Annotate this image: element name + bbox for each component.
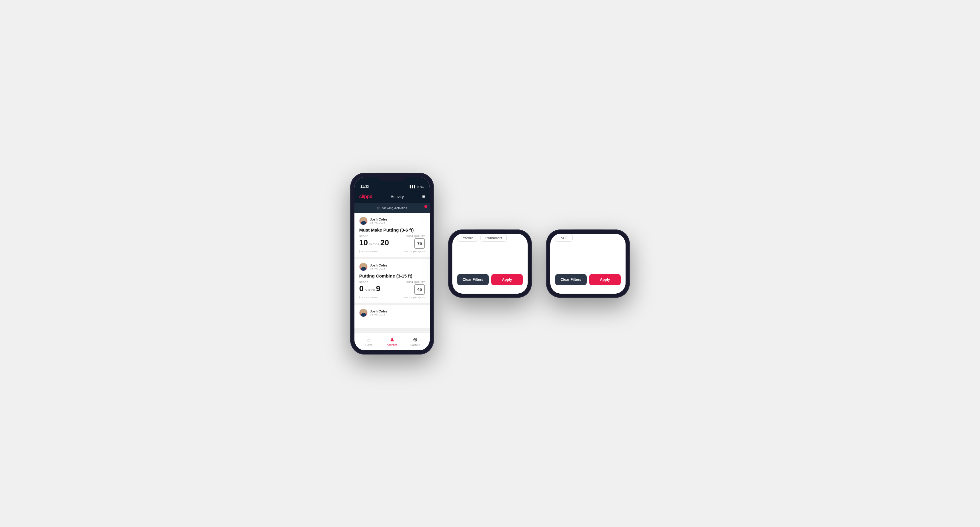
card-user: Josh Coles 28 Feb 2023 — [359, 309, 388, 317]
filter-actions: Clear Filters Apply — [555, 270, 621, 289]
tab-home[interactable]: ⌂ Home — [358, 337, 380, 346]
filter-sheet: Filter ✕ Show Rounds Practice Drills Pra… — [550, 234, 625, 294]
shot-quality-badge: 45 — [414, 284, 425, 295]
home-icon: ⌂ — [367, 337, 371, 343]
card-options[interactable]: ··· — [420, 310, 425, 315]
menu-icon[interactable]: ≡ — [422, 194, 425, 199]
activity-title: Putting Combine (3-15 ft) — [359, 273, 425, 278]
test-info: ℹ Test Information — [359, 250, 378, 253]
activity-card: Josh Coles 28 Feb 2023 ··· Must Make Put… — [355, 213, 430, 259]
phone-screen-2: 11:33 ▋▋▋ ⌾ ▪31 clippd Activity ≡ ⊞ View… — [452, 234, 528, 294]
shots-value: 20 — [380, 238, 389, 248]
card-footer: ℹ Test Information Data: Clippd Capture — [359, 296, 425, 299]
status-time: 11:33 — [360, 185, 369, 188]
activities-icon: ♟ — [390, 336, 395, 343]
notification-dot — [424, 205, 427, 208]
shot-quality-badge: 75 — [414, 238, 425, 249]
filter-icon: ⊞ — [377, 206, 380, 210]
wifi-icon: ⌾ — [417, 185, 418, 188]
user-date: 28 Feb 2023 — [370, 267, 388, 270]
pill-putt[interactable]: PUTT — [555, 234, 573, 242]
avatar — [359, 263, 368, 271]
tab-capture[interactable]: ⊕ Capture — [404, 336, 427, 346]
sq-label: Shot Quality — [406, 235, 425, 238]
score-value: 0 — [359, 284, 363, 293]
card-header: Josh Coles 28 Feb 2023 ··· — [359, 309, 425, 317]
activity-card: Josh Coles 28 Feb 2023 ··· — [355, 305, 430, 331]
tab-bar: ⌂ Home ♟ Activities ⊕ Capture — [355, 332, 430, 350]
card-user: Josh Coles 28 Feb 2023 — [359, 217, 388, 225]
apply-button[interactable]: Apply — [589, 274, 621, 285]
avatar-image — [360, 217, 367, 225]
out-of-label: OUT OF — [369, 243, 379, 246]
nav-title: Activity — [391, 194, 404, 199]
viewing-bar[interactable]: ⊞ Viewing Activities — [355, 203, 430, 213]
nav-bar: clippd Activity ≡ — [355, 190, 430, 203]
card-user: Josh Coles 28 Feb 2023 — [359, 263, 388, 271]
phone-1: 11:33 ▋▋▋ ⌾ ▪31 clippd Activity ≡ ⊞ View… — [350, 173, 434, 354]
user-date: 28 Feb 2023 — [370, 313, 388, 316]
filter-sheet: Filter ✕ Show Rounds Practice Drills Rou… — [452, 234, 528, 294]
bottom-spacer — [457, 289, 523, 294]
data-source: Data: Clippd Capture — [402, 250, 425, 253]
sq-label: Shot Quality — [406, 281, 425, 284]
tab-capture-label: Capture — [410, 343, 420, 346]
scene: 11:33 ▋▋▋ ⌾ ▪31 clippd Activity ≡ ⊞ View… — [338, 155, 642, 372]
out-of-label: OUT OF — [364, 289, 375, 292]
data-source: Data: Clippd Capture — [402, 296, 425, 299]
score-value: 10 — [359, 238, 368, 248]
viewing-label: Viewing Activities — [382, 206, 407, 210]
phone-screen-3: 11:33 ▋▋▋ ⌾ ▪31 clippd Activity ≡ ⊞ View… — [550, 234, 625, 294]
pill-practice[interactable]: Practice — [457, 234, 478, 242]
card-options[interactable]: ··· — [420, 218, 425, 223]
activity-list: Josh Coles 28 Feb 2023 ··· Must Make Put… — [355, 213, 430, 332]
clear-filters-button[interactable]: Clear Filters — [457, 274, 489, 285]
user-name: Josh Coles — [370, 310, 388, 313]
status-icons: ▋▋▋ ⌾ ▪31 — [410, 185, 424, 188]
test-info: ℹ Test Information — [359, 296, 378, 299]
phone-screen-1: 11:33 ▋▋▋ ⌾ ▪31 clippd Activity ≡ ⊞ View… — [355, 177, 430, 350]
apply-button[interactable]: Apply — [491, 274, 523, 285]
user-name: Josh Coles — [370, 217, 388, 221]
activity-card: Josh Coles 28 Feb 2023 ··· Putting Combi… — [355, 259, 430, 305]
app-logo: clippd — [359, 194, 372, 199]
card-header: Josh Coles 28 Feb 2023 ··· — [359, 217, 425, 225]
tab-activities-label: Activities — [387, 343, 398, 346]
score-label: Score — [359, 281, 406, 284]
notch — [377, 173, 407, 181]
score-label: Score — [359, 235, 406, 238]
capture-icon: ⊕ — [413, 336, 417, 343]
tab-activities[interactable]: ♟ Activities — [380, 336, 403, 346]
user-date: 28 Feb 2023 — [370, 221, 388, 224]
clear-filters-button[interactable]: Clear Filters — [555, 274, 587, 285]
card-options[interactable]: ··· — [420, 264, 425, 269]
filter-actions: Clear Filters Apply — [457, 270, 523, 289]
user-name: Josh Coles — [370, 264, 388, 267]
rounds-pills: Practice Tournament — [457, 234, 523, 242]
battery-icon: ▪31 — [420, 185, 424, 188]
tab-home-label: Home — [366, 343, 373, 346]
phone-2: 11:33 ▋▋▋ ⌾ ▪31 clippd Activity ≡ ⊞ View… — [448, 230, 532, 298]
phone-3: 11:33 ▋▋▋ ⌾ ▪31 clippd Activity ≡ ⊞ View… — [546, 230, 630, 298]
signal-icon: ▋▋▋ — [410, 185, 416, 188]
card-header: Josh Coles 28 Feb 2023 ··· — [359, 263, 425, 271]
avatar-image — [360, 263, 367, 271]
drills-pills: OTT APP ARG PUTT — [555, 234, 621, 242]
shots-value: 9 — [376, 284, 380, 293]
pill-tournament[interactable]: Tournament — [480, 234, 507, 242]
avatar — [359, 309, 368, 317]
bottom-spacer — [555, 289, 621, 294]
avatar-image — [360, 309, 367, 317]
avatar — [359, 217, 368, 225]
activity-title: Must Make Putting (3-6 ft) — [359, 227, 425, 232]
card-footer: ℹ Test Information Data: Clippd Capture — [359, 250, 425, 253]
